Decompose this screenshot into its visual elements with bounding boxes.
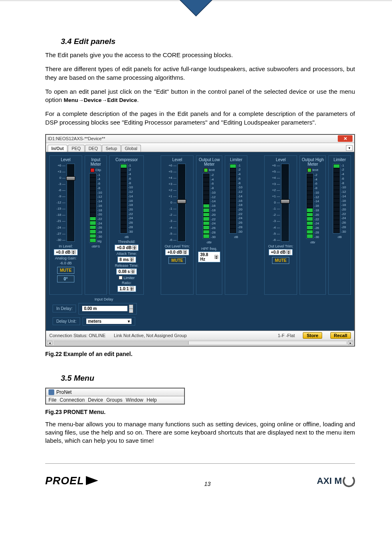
status-bar: Connection Status: ONLINE Link Not Activ… <box>46 331 354 340</box>
input-mute-button[interactable]: MUTE <box>57 267 74 274</box>
recall-button[interactable]: Recall <box>330 332 351 339</box>
release-label: Release Time: <box>115 264 138 268</box>
out-low-trim-label: Out Level Trim: <box>165 244 190 248</box>
out-high-meter-unit: dBr <box>310 240 315 244</box>
scroll-right-arrow[interactable]: ▸ <box>348 341 353 345</box>
menu-groups[interactable]: Groups <box>106 397 122 403</box>
compressor-ticks: -1-2-4-6-8-10-12-14-16-18-20-22-24-26-28… <box>128 164 134 234</box>
edit-panel-titlebar: ID1:NEOS12AXS-**Device** ✕ <box>46 135 354 143</box>
compressor-unit: dB <box>125 235 129 239</box>
out-high-level-fader[interactable] <box>281 164 289 242</box>
compressor-column: Compressor -1-2-4-6-8-10-12-14-16-18-20-… <box>109 155 144 295</box>
tab-deq[interactable]: DEQ <box>85 145 102 152</box>
ratio-label: Ratio: <box>122 281 131 285</box>
out-high-level-ticks: +6 —+5 —+4 —+3 —+2 —+1 —0 —-1 —-2 —-3 —-… <box>272 164 280 242</box>
page-header-accent <box>0 0 392 33</box>
input-phase-button[interactable]: 0° <box>57 275 74 282</box>
out-high-meter-column: Output High Meter limit -2-4-6-8-10-12-1… <box>300 155 326 295</box>
section-3-5-heading: 3.5 Menu <box>61 374 355 383</box>
window-title: ID1:NEOS12AXS-**Device** <box>48 136 105 141</box>
input-level-ticks: +6 —+3 —0 —-3 —-6 —-9 —-12 —-15 —-18 —-2… <box>56 164 66 242</box>
tab-setup[interactable]: Setup <box>102 145 120 152</box>
input-meter-head: Input Meter <box>90 157 101 166</box>
limit-led-low <box>204 168 208 172</box>
menu-window[interactable]: Window <box>126 397 143 403</box>
out-low-meter-unit: dBr <box>207 240 212 244</box>
tab-overflow-dropdown[interactable]: ▾ <box>346 145 353 151</box>
menu-device[interactable]: Device <box>88 397 103 403</box>
out-low-level-head: Level <box>172 157 182 162</box>
in-delay-label: In Delay: <box>53 305 76 312</box>
out-high-trim-label: Out Level Trim: <box>268 244 293 248</box>
out-low-trim-value[interactable]: +0.0 dB▴▾ <box>165 249 189 255</box>
tab-in-out[interactable]: In/Out <box>48 145 67 152</box>
edit-panel-body: Level +6 —+3 —0 —-3 —-6 —-9 —-12 —-15 —-… <box>46 152 354 296</box>
delay-unit-select-cell: meters▾ <box>83 317 135 326</box>
footer-rule <box>45 463 355 464</box>
input-level-column: Level +6 —+3 —0 —-3 —-6 —-9 —-12 —-15 —-… <box>49 155 82 295</box>
analog-gain-label: Analog Gain: <box>55 256 76 260</box>
limiter-checkbox[interactable]: Limiter <box>119 276 135 280</box>
gap-2 <box>250 155 262 295</box>
delay-unit-select[interactable]: meters▾ <box>86 319 131 324</box>
pronet-menu-window: ProNet File Connection Device Groups Win… <box>45 388 185 405</box>
out-low-level-column: Level +6 —+5 —+4 —+3 —+2 —+1 —0 —-1 —-2 … <box>161 155 194 295</box>
in-level-value[interactable]: +0.0 dB▴▾ <box>54 249 78 255</box>
page-number: 13 <box>204 481 211 487</box>
out-high-meter-head: Output High Meter <box>302 157 324 166</box>
out-low-mute-button[interactable]: MUTE <box>168 257 186 264</box>
delay-unit-row: Delay Unit: meters▾ <box>53 317 348 326</box>
link-status: Link Not Active, Not Assigned Group <box>114 333 187 338</box>
out-high-meter-ticks: -2-4-6-8-10-12-14-16-18-20-22-24-26-28-3… <box>314 173 320 239</box>
close-button[interactable]: ✕ <box>338 135 353 142</box>
out-high-mute-button[interactable]: MUTE <box>272 257 289 264</box>
ratio-value[interactable]: 1.0:1▴▾ <box>118 286 136 292</box>
hpf-label: HPF freq. <box>201 247 217 251</box>
out-low-level-fader[interactable] <box>178 164 186 242</box>
pronet-icon <box>48 389 54 395</box>
threshold-value[interactable]: +0.0 dB▴▾ <box>115 245 138 251</box>
horizontal-scrollbar[interactable]: ◂ ▸ <box>46 340 354 346</box>
limiter-low-column: Limiter -1-2-4-6-8-10-12-14-16-18-20-22-… <box>225 155 247 295</box>
section-3-4-heading: 3.4 Edit panels <box>61 37 355 46</box>
attack-value[interactable]: 8 ms▴▾ <box>118 257 136 263</box>
para-3c: . <box>137 96 139 103</box>
para-4: For a complete description of the pages … <box>45 110 355 127</box>
limiter-high-head: Limiter <box>334 157 346 162</box>
store-button[interactable]: Store <box>303 332 322 339</box>
menu-connection[interactable]: Connection <box>60 397 85 403</box>
out-low-meter-column: Output Low Meter limit -2-4-6-8-10-12-14… <box>196 155 222 295</box>
delay-unit-label: Delay Unit: <box>53 317 80 325</box>
proel-logo: PROEL <box>45 474 98 487</box>
out-high-trim-value[interactable]: +0.0 dB▴▾ <box>269 249 293 255</box>
menu-file[interactable]: File <box>48 397 56 403</box>
fig-23-caption: Fig.23 PRONET Menu. <box>45 409 355 415</box>
out-low-meter-ticks: -2-4-6-8-10-12-14-16-18-20-22-24-26-28-3… <box>211 173 216 239</box>
compressor-head: Compressor <box>115 157 138 162</box>
in-delay-value[interactable]: 0.00 m <box>82 306 127 311</box>
out-high-level-head: Level <box>276 157 286 162</box>
input-delay-row: In Delay: 0.00 m ▴▾ <box>53 303 348 314</box>
in-delay-value-cell: 0.00 m ▴▾ <box>78 303 137 314</box>
input-meter-unit: dBFS <box>92 245 100 248</box>
scroll-left-arrow[interactable]: ◂ <box>47 341 53 345</box>
menu-help[interactable]: Help <box>147 397 157 403</box>
input-meter-ticks: -1-4-6-8-10-12-14-16-18-20-22-24-26-28-3… <box>97 173 103 243</box>
limiter-high-meter <box>333 164 340 234</box>
para-1: The Edit panels give you the access to t… <box>45 51 355 59</box>
scroll-track[interactable] <box>53 341 347 345</box>
tab-global[interactable]: Global <box>121 145 141 152</box>
fig-22-caption: Fig.22 Example of an edit panel. <box>45 351 355 357</box>
in-level-label: In Level: <box>59 244 73 248</box>
limiter-low-ticks: -1-2-4-6-8-10-12-14-16-18-20-22-24-26-28… <box>238 164 243 234</box>
axiom-logo: AXI M <box>317 475 355 487</box>
pronet-title: ProNet <box>56 389 71 395</box>
limiter-high-unit: dB <box>338 235 342 239</box>
hpf-value[interactable]: 39.8 Hz▴▾ <box>198 252 220 262</box>
limiter-low-meter <box>229 164 237 234</box>
limiter-high-column: Limiter -1-2-4-6-8-10-12-14-16-18-20-22-… <box>328 155 351 295</box>
tab-peq[interactable]: PEQ <box>68 145 84 152</box>
input-level-fader[interactable] <box>67 164 75 242</box>
attack-label: Attack Time: <box>116 252 137 256</box>
release-value[interactable]: 0.08 s▴▾ <box>116 268 137 275</box>
